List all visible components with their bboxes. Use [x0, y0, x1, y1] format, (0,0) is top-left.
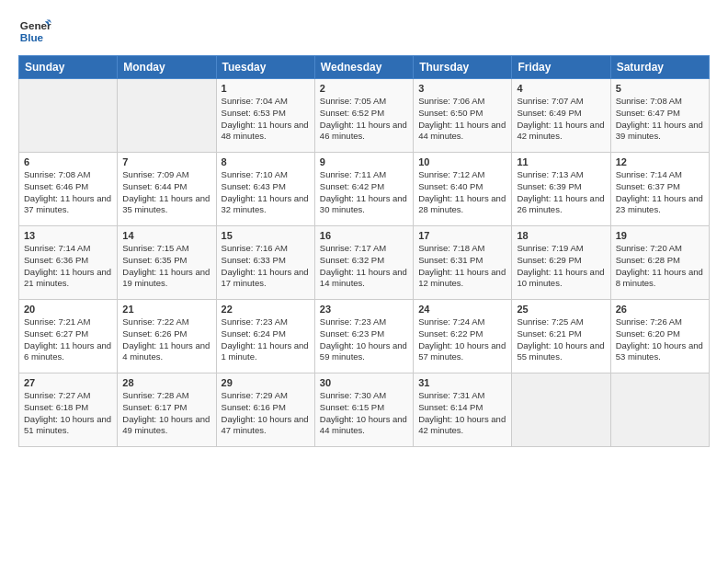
day-info: Sunrise: 7:20 AM Sunset: 6:28 PM Dayligh… [616, 243, 704, 290]
day-number: 24 [418, 304, 506, 315]
logo-icon: General Blue [18, 15, 51, 48]
day-number: 10 [418, 156, 506, 167]
svg-text:General: General [20, 19, 51, 31]
day-info: Sunrise: 7:30 AM Sunset: 6:15 PM Dayligh… [320, 390, 408, 437]
calendar-cell: 2Sunrise: 7:05 AM Sunset: 6:52 PM Daylig… [314, 79, 413, 153]
calendar-week-row: 6Sunrise: 7:08 AM Sunset: 6:46 PM Daylig… [19, 153, 710, 226]
calendar-cell: 9Sunrise: 7:11 AM Sunset: 6:42 PM Daylig… [314, 153, 413, 226]
day-number: 23 [320, 304, 408, 315]
day-number: 5 [616, 83, 704, 94]
day-info: Sunrise: 7:05 AM Sunset: 6:52 PM Dayligh… [320, 96, 408, 143]
day-info: Sunrise: 7:27 AM Sunset: 6:18 PM Dayligh… [24, 390, 112, 437]
calendar-cell [512, 373, 610, 447]
day-number: 9 [320, 156, 408, 167]
day-number: 26 [616, 304, 704, 315]
day-info: Sunrise: 7:08 AM Sunset: 6:46 PM Dayligh… [24, 169, 112, 216]
day-number: 20 [24, 304, 112, 315]
calendar-cell: 21Sunrise: 7:22 AM Sunset: 6:26 PM Dayli… [118, 300, 216, 373]
calendar-cell: 13Sunrise: 7:14 AM Sunset: 6:36 PM Dayli… [19, 226, 118, 300]
calendar-week-row: 13Sunrise: 7:14 AM Sunset: 6:36 PM Dayli… [19, 226, 710, 300]
day-info: Sunrise: 7:24 AM Sunset: 6:22 PM Dayligh… [418, 316, 506, 363]
weekday-header-wednesday: Wednesday [314, 56, 413, 79]
day-number: 28 [122, 377, 210, 388]
calendar-cell: 1Sunrise: 7:04 AM Sunset: 6:53 PM Daylig… [216, 79, 314, 153]
day-number: 7 [122, 156, 210, 167]
day-number: 30 [320, 377, 408, 388]
weekday-header-sunday: Sunday [19, 56, 118, 79]
day-number: 1 [222, 83, 310, 94]
day-info: Sunrise: 7:13 AM Sunset: 6:39 PM Dayligh… [517, 169, 605, 216]
day-info: Sunrise: 7:15 AM Sunset: 6:35 PM Dayligh… [122, 243, 210, 290]
day-number: 14 [122, 230, 210, 241]
calendar-cell: 27Sunrise: 7:27 AM Sunset: 6:18 PM Dayli… [19, 373, 118, 447]
calendar-cell: 19Sunrise: 7:20 AM Sunset: 6:28 PM Dayli… [610, 226, 709, 300]
weekday-header-tuesday: Tuesday [216, 56, 314, 79]
calendar-cell [118, 79, 216, 153]
calendar-cell: 8Sunrise: 7:10 AM Sunset: 6:43 PM Daylig… [216, 153, 314, 226]
day-info: Sunrise: 7:16 AM Sunset: 6:33 PM Dayligh… [222, 243, 310, 290]
calendar-cell: 7Sunrise: 7:09 AM Sunset: 6:44 PM Daylig… [118, 153, 216, 226]
day-number: 25 [517, 304, 605, 315]
day-info: Sunrise: 7:11 AM Sunset: 6:42 PM Dayligh… [320, 169, 408, 216]
day-info: Sunrise: 7:19 AM Sunset: 6:29 PM Dayligh… [517, 243, 605, 290]
calendar-table: SundayMondayTuesdayWednesdayThursdayFrid… [18, 55, 710, 447]
weekday-header-saturday: Saturday [610, 56, 709, 79]
calendar-cell: 31Sunrise: 7:31 AM Sunset: 6:14 PM Dayli… [414, 373, 512, 447]
calendar-cell: 11Sunrise: 7:13 AM Sunset: 6:39 PM Dayli… [512, 153, 610, 226]
day-info: Sunrise: 7:26 AM Sunset: 6:20 PM Dayligh… [616, 316, 704, 363]
day-number: 15 [222, 230, 310, 241]
calendar-cell: 24Sunrise: 7:24 AM Sunset: 6:22 PM Dayli… [414, 300, 512, 373]
day-info: Sunrise: 7:14 AM Sunset: 6:37 PM Dayligh… [616, 169, 704, 216]
calendar-cell: 17Sunrise: 7:18 AM Sunset: 6:31 PM Dayli… [414, 226, 512, 300]
day-number: 31 [418, 377, 506, 388]
day-number: 16 [320, 230, 408, 241]
day-number: 27 [24, 377, 112, 388]
day-info: Sunrise: 7:07 AM Sunset: 6:49 PM Dayligh… [517, 96, 605, 143]
day-info: Sunrise: 7:28 AM Sunset: 6:17 PM Dayligh… [122, 390, 210, 437]
calendar-cell: 12Sunrise: 7:14 AM Sunset: 6:37 PM Dayli… [610, 153, 709, 226]
calendar-cell: 14Sunrise: 7:15 AM Sunset: 6:35 PM Dayli… [118, 226, 216, 300]
day-info: Sunrise: 7:18 AM Sunset: 6:31 PM Dayligh… [418, 243, 506, 290]
day-number: 3 [418, 83, 506, 94]
calendar-week-row: 27Sunrise: 7:27 AM Sunset: 6:18 PM Dayli… [19, 373, 710, 447]
day-info: Sunrise: 7:25 AM Sunset: 6:21 PM Dayligh… [517, 316, 605, 363]
calendar-cell: 25Sunrise: 7:25 AM Sunset: 6:21 PM Dayli… [512, 300, 610, 373]
day-number: 19 [616, 230, 704, 241]
day-number: 21 [122, 304, 210, 315]
svg-text:Blue: Blue [20, 31, 44, 43]
calendar-cell: 5Sunrise: 7:08 AM Sunset: 6:47 PM Daylig… [610, 79, 709, 153]
calendar-cell: 6Sunrise: 7:08 AM Sunset: 6:46 PM Daylig… [19, 153, 118, 226]
calendar-cell: 26Sunrise: 7:26 AM Sunset: 6:20 PM Dayli… [610, 300, 709, 373]
calendar-week-row: 1Sunrise: 7:04 AM Sunset: 6:53 PM Daylig… [19, 79, 710, 153]
calendar-cell: 29Sunrise: 7:29 AM Sunset: 6:16 PM Dayli… [216, 373, 314, 447]
weekday-header-monday: Monday [118, 56, 216, 79]
page-header: General Blue [18, 15, 710, 48]
day-info: Sunrise: 7:08 AM Sunset: 6:47 PM Dayligh… [616, 96, 704, 143]
calendar-cell: 22Sunrise: 7:23 AM Sunset: 6:24 PM Dayli… [216, 300, 314, 373]
day-info: Sunrise: 7:09 AM Sunset: 6:44 PM Dayligh… [122, 169, 210, 216]
calendar-cell: 15Sunrise: 7:16 AM Sunset: 6:33 PM Dayli… [216, 226, 314, 300]
day-info: Sunrise: 7:17 AM Sunset: 6:32 PM Dayligh… [320, 243, 408, 290]
calendar-cell: 10Sunrise: 7:12 AM Sunset: 6:40 PM Dayli… [414, 153, 512, 226]
calendar-cell [19, 79, 118, 153]
weekday-header-friday: Friday [512, 56, 610, 79]
day-info: Sunrise: 7:12 AM Sunset: 6:40 PM Dayligh… [418, 169, 506, 216]
day-info: Sunrise: 7:29 AM Sunset: 6:16 PM Dayligh… [222, 390, 310, 437]
logo: General Blue [18, 15, 51, 48]
day-info: Sunrise: 7:23 AM Sunset: 6:23 PM Dayligh… [320, 316, 408, 363]
calendar-cell: 18Sunrise: 7:19 AM Sunset: 6:29 PM Dayli… [512, 226, 610, 300]
calendar-cell: 16Sunrise: 7:17 AM Sunset: 6:32 PM Dayli… [314, 226, 413, 300]
weekday-header-thursday: Thursday [414, 56, 512, 79]
calendar-cell: 3Sunrise: 7:06 AM Sunset: 6:50 PM Daylig… [414, 79, 512, 153]
calendar-cell: 4Sunrise: 7:07 AM Sunset: 6:49 PM Daylig… [512, 79, 610, 153]
day-info: Sunrise: 7:14 AM Sunset: 6:36 PM Dayligh… [24, 243, 112, 290]
day-info: Sunrise: 7:21 AM Sunset: 6:27 PM Dayligh… [24, 316, 112, 363]
day-info: Sunrise: 7:10 AM Sunset: 6:43 PM Dayligh… [222, 169, 310, 216]
day-info: Sunrise: 7:06 AM Sunset: 6:50 PM Dayligh… [418, 96, 506, 143]
day-info: Sunrise: 7:31 AM Sunset: 6:14 PM Dayligh… [418, 390, 506, 437]
day-number: 29 [222, 377, 310, 388]
day-number: 6 [24, 156, 112, 167]
calendar-cell [610, 373, 709, 447]
day-number: 18 [517, 230, 605, 241]
day-info: Sunrise: 7:04 AM Sunset: 6:53 PM Dayligh… [222, 96, 310, 143]
